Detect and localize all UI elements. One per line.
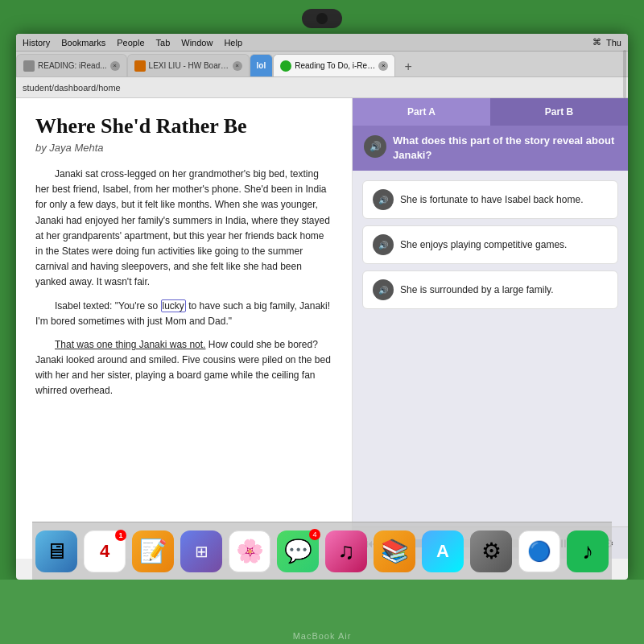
itunes-icon: ♫ [338, 539, 355, 564]
article-paragraph-2: Isabel texted: "You're so lucky to have … [35, 299, 332, 329]
tab2-favicon [134, 60, 146, 72]
launchpad-icon: ⊞ [195, 542, 208, 561]
quiz-question-area: 🔊 What does this part of the story revea… [353, 126, 628, 171]
menu-window[interactable]: Window [181, 38, 213, 47]
quiz-tab-b[interactable]: Part B [490, 98, 628, 126]
answer1-text: She is fortunate to have Isabel back hom… [400, 193, 583, 207]
quiz-tabs: Part A Part B [353, 98, 628, 126]
underline-sentence: That was one thing Janaki was not. [55, 339, 205, 350]
chrome-icon: 🔵 [527, 540, 551, 563]
article-body: Janaki sat cross-legged on her grandmoth… [35, 167, 332, 399]
article-paragraph-1: Janaki sat cross-legged on her grandmoth… [35, 167, 332, 291]
books-icon: 📚 [381, 538, 409, 564]
dock-chrome[interactable]: 🔵 [518, 530, 560, 572]
article-panel: Where She'd Rather Be by Jaya Mehta Jana… [16, 98, 353, 559]
menu-help[interactable]: Help [224, 38, 242, 47]
photos-icon: 🌸 [236, 538, 264, 564]
article-paragraph-3: That was one thing Janaki was not. How c… [35, 337, 332, 399]
quiz-answers: 🔊 She is fortunate to have Isabel back h… [353, 171, 628, 526]
laptop-frame: History Bookmarks People Tab Window Help… [0, 0, 644, 644]
dock-notes[interactable]: 📝 [132, 530, 174, 572]
finder-icon: 🖥 [45, 538, 68, 564]
tab1-favicon [23, 60, 35, 72]
tab2-label: LEXI LIU - HW Board of Readin... [149, 61, 229, 70]
sysconfig-icon: ⚙ [481, 538, 502, 564]
time-display: Thu [606, 38, 621, 47]
messages-badge: 4 [309, 529, 320, 540]
quiz-question-text: What does this part of the story reveal … [393, 134, 617, 163]
answer2-text: She enjoys playing competitive games. [400, 238, 567, 252]
dock: 🖥 4 1 📝 ⊞ 🌸 💬 4 ♫ 📚 [32, 522, 612, 580]
tab-lexi-liu[interactable]: LEXI LIU - HW Board of Readin... × [127, 54, 250, 76]
quiz-panel: Part A Part B 🔊 What does this part of t… [353, 98, 628, 559]
spotify-icon: ♪ [582, 539, 593, 564]
answer2-speaker-icon: 🔊 [378, 241, 388, 250]
tab4-favicon [280, 60, 291, 72]
dock-photos[interactable]: 🌸 [229, 530, 270, 572]
camera-bump [302, 9, 342, 28]
answer-option-3[interactable]: 🔊 She is surrounded by a large family. [362, 270, 618, 309]
dock-launchpad[interactable]: ⊞ [180, 530, 222, 572]
new-tab-button[interactable]: + [398, 57, 418, 76]
article-author: by Jaya Mehta [35, 142, 332, 154]
answer3-speaker[interactable]: 🔊 [373, 279, 394, 300]
dock-appstore[interactable]: A [422, 530, 464, 572]
dock-itunes[interactable]: ♫ [325, 530, 367, 572]
notes-icon: 📝 [139, 538, 167, 564]
macbook-label: MacBook Air [293, 631, 352, 641]
dock-finder[interactable]: 🖥 [35, 530, 77, 572]
messages-icon: 💬 [284, 538, 312, 564]
tab-lol[interactable]: lol [250, 54, 274, 76]
answer-option-1[interactable]: 🔊 She is fortunate to have Isabel back h… [362, 180, 618, 219]
menu-people[interactable]: People [117, 38, 144, 47]
dock-system-prefs[interactable]: ⚙ [470, 530, 512, 572]
menu-bar-right: ⌘ Thu [592, 37, 621, 47]
menu-tab[interactable]: Tab [156, 38, 171, 47]
dock-spotify[interactable]: ♪ [567, 530, 609, 572]
answer-option-2[interactable]: 🔊 She enjoys playing competitive games. [362, 225, 618, 264]
menu-bar: History Bookmarks People Tab Window Help… [16, 34, 628, 52]
dock-calendar[interactable]: 4 1 [84, 530, 126, 572]
tab-bar: READING: iRead... × LEXI LIU - HW Board … [16, 52, 628, 77]
quiz-tab-a[interactable]: Part A [353, 98, 490, 126]
tab4-label: Reading To Do, i-Ready [295, 61, 375, 70]
camera-area [298, 6, 346, 31]
content-area: Where She'd Rather Be by Jaya Mehta Jana… [16, 98, 628, 559]
tab1-label: READING: iRead... [38, 61, 107, 70]
screen: History Bookmarks People Tab Window Help… [16, 34, 628, 580]
tab2-close[interactable]: × [233, 61, 242, 71]
address-bar: student/dashboard/home [16, 77, 628, 98]
camera-dot [316, 13, 328, 24]
laptop-bottom: MacBook Air [0, 580, 644, 644]
menu-bookmarks[interactable]: Bookmarks [61, 38, 105, 47]
dock-books[interactable]: 📚 [374, 530, 415, 572]
tab3-label: lol [257, 61, 266, 70]
tab1-close[interactable]: × [110, 61, 120, 71]
answer1-speaker-icon: 🔊 [378, 196, 388, 204]
article-title: Where She'd Rather Be [35, 114, 332, 138]
tab-reading-todo[interactable]: Reading To Do, i-Ready × [273, 54, 395, 76]
calendar-icon: 4 [100, 541, 109, 562]
menu-history[interactable]: History [23, 38, 50, 47]
calendar-badge: 1 [115, 530, 126, 541]
answer3-speaker-icon: 🔊 [378, 286, 388, 295]
answer1-speaker[interactable]: 🔊 [373, 189, 394, 210]
wifi-icon: ⌘ [592, 37, 601, 47]
url-text: student/dashboard/home [23, 83, 121, 93]
dock-messages[interactable]: 💬 4 [277, 530, 319, 572]
tab-reading-iready[interactable]: READING: iRead... × [16, 54, 127, 76]
speaker-icon: 🔊 [369, 141, 382, 152]
answer2-speaker[interactable]: 🔊 [373, 234, 394, 255]
question-speaker-button[interactable]: 🔊 [364, 135, 386, 158]
answer3-text: She is surrounded by a large family. [400, 283, 554, 297]
appstore-icon: A [436, 541, 449, 562]
tab4-close[interactable]: × [378, 61, 388, 71]
lucky-highlight: lucky [161, 299, 186, 312]
